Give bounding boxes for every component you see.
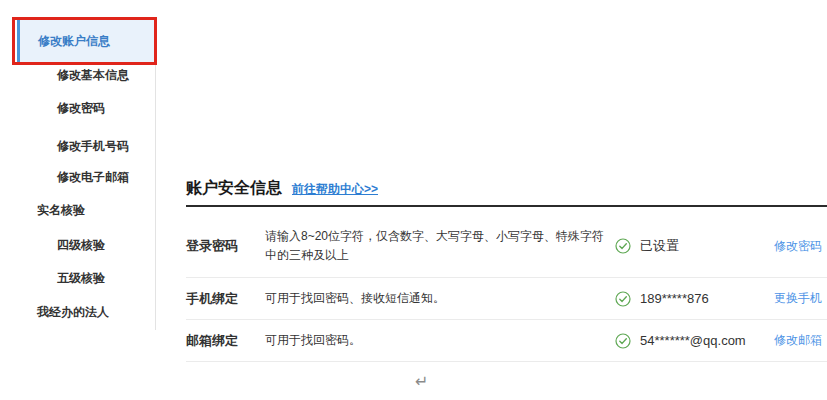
check-circle-icon [615,291,631,307]
modify-email-link[interactable]: 修改邮箱 [774,332,827,349]
table-row-phone-binding: 手机绑定 可用于找回密码、接收短信通知。 189*****876 更换手机 [186,278,827,320]
return-symbol: ↵ [415,372,428,391]
row-label: 登录密码 [186,237,265,255]
table-row-login-password: 登录密码 请输入8~20位字符，仅含数字、大写字母、小写字母、特殊字符中的三种及… [186,207,827,278]
row-status: 189*****876 [615,291,774,307]
sidebar-divider [155,20,156,330]
sidebar-item-modify-account-info[interactable]: 修改账户信息 [17,20,155,63]
row-status: 54*******@qq.com [615,333,774,349]
row-description: 可用于找回密码。 [265,331,615,350]
sidebar-item-realname-verify[interactable]: 实名核验 [37,202,85,218]
row-label: 邮箱绑定 [186,332,265,350]
status-text: 54*******@qq.com [640,333,746,348]
sidebar-item-modify-email[interactable]: 修改电子邮箱 [57,169,129,185]
sidebar-item-level5-verify[interactable]: 五级核验 [57,270,105,286]
security-table: 登录密码 请输入8~20位字符，仅含数字、大写字母、小写字母、特殊字符中的三种及… [186,205,827,362]
sidebar-item-label: 修改账户信息 [20,33,110,50]
sidebar-item-modify-phone[interactable]: 修改手机号码 [57,138,129,154]
sidebar-item-modify-basic-info[interactable]: 修改基本信息 [57,67,129,83]
check-circle-icon [615,333,631,349]
panel-header: 账户安全信息 前往帮助中心>> [186,178,827,200]
row-description: 请输入8~20位字符，仅含数字、大写字母、小写字母、特殊字符中的三种及以上 [265,227,615,265]
help-center-link[interactable]: 前往帮助中心>> [292,181,378,198]
sidebar-item-level4-verify[interactable]: 四级核验 [57,237,105,253]
row-status: 已设置 [615,237,774,255]
check-circle-icon [615,238,631,254]
page-title: 账户安全信息 [186,178,282,199]
change-phone-link[interactable]: 更换手机 [774,290,827,307]
status-text: 已设置 [640,237,679,255]
sidebar-item-modify-password[interactable]: 修改密码 [57,100,105,116]
row-description: 可用于找回密码、接收短信通知。 [265,289,615,308]
sidebar: 修改账户信息 修改基本信息 修改密码 修改手机号码 修改电子邮箱 实名核验 四级… [0,0,160,400]
table-row-email-binding: 邮箱绑定 可用于找回密码。 54*******@qq.com 修改邮箱 [186,320,827,362]
status-text: 189*****876 [640,291,709,306]
row-label: 手机绑定 [186,290,265,308]
modify-password-link[interactable]: 修改密码 [774,238,827,255]
sidebar-item-my-legal-entities[interactable]: 我经办的法人 [37,304,109,320]
account-security-panel: 账户安全信息 前往帮助中心>> 登录密码 请输入8~20位字符，仅含数字、大写字… [186,178,827,362]
